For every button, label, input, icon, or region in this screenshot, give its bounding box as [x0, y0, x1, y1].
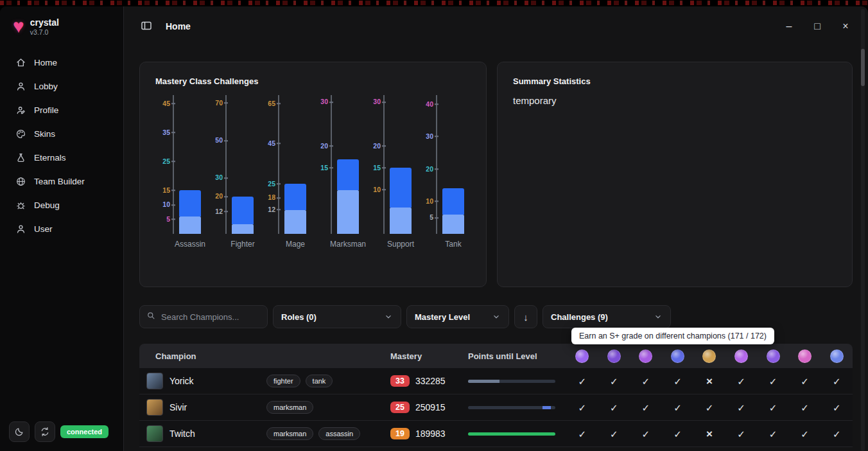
main-area: Home – □ × Mastery Class Challenges 4535…	[124, 6, 868, 451]
theme-toggle-button[interactable]	[9, 421, 30, 442]
mastery-level-dropdown[interactable]: Mastery Level	[406, 305, 509, 328]
check-icon: ✓	[769, 376, 777, 386]
minimize-button[interactable]: –	[782, 19, 796, 33]
check-icon: ✓	[578, 403, 586, 412]
check-icon: ✓	[769, 403, 777, 412]
moon-icon	[14, 427, 25, 438]
sidebar-item-label: User	[34, 224, 53, 234]
points-progress-bar	[468, 380, 555, 383]
axis-tick-label: 12	[208, 208, 223, 215]
sidebar-item-user[interactable]: User	[9, 219, 114, 239]
axis-tick-label: 20	[419, 166, 433, 173]
table-row[interactable]: Yorickfightertank33332285✓✓✓✓×✓✓✓✓	[139, 368, 853, 394]
sidebar-item-label: Lobby	[34, 82, 58, 91]
sidebar-item-label: Skins	[34, 129, 55, 139]
check-icon: ✓	[769, 429, 777, 439]
sidebar: ♥ crystal v3.7.0 HomeLobbyProfileSkinsEt…	[0, 6, 124, 451]
content: Mastery Class Challenges 45352515105Assa…	[124, 46, 868, 451]
sidebar-item-team-builder[interactable]: Team Builder	[9, 172, 114, 191]
mastery-chart-card: Mastery Class Challenges 45352515105Assa…	[139, 62, 487, 287]
chevron-down-icon	[384, 312, 393, 321]
check-icon: ✓	[578, 376, 586, 386]
chart-group-fighter: 7050302012Fighter	[208, 98, 261, 249]
challenge-icon-8[interactable]	[798, 349, 812, 363]
sidebar-item-debug[interactable]: Debug	[9, 195, 114, 215]
home-icon	[15, 57, 26, 68]
chart-category-label: Marksman	[327, 240, 369, 249]
champion-avatar	[146, 399, 163, 416]
mastery-level-badge: 25	[390, 402, 410, 413]
challenge-icon-3[interactable]	[639, 349, 652, 363]
summary-body: temporary	[513, 95, 837, 106]
profile-icon	[15, 105, 26, 116]
check-icon: ✓	[706, 403, 714, 412]
champions-table: Earn an S+ grade on different champions …	[139, 344, 853, 447]
refresh-button[interactable]	[35, 421, 55, 442]
check-icon: ✓	[578, 429, 586, 439]
sidebar-item-label: Debug	[34, 200, 60, 210]
mastery-level-dropdown-label: Mastery Level	[415, 312, 470, 322]
sort-direction-button[interactable]: ↓	[514, 305, 537, 328]
axis-tick-label: 40	[419, 101, 433, 108]
person-icon	[15, 81, 26, 92]
axis-tick-label: 15	[366, 164, 381, 172]
table-row[interactable]: Sivirmarksman25250915✓✓✓✓✓✓✓✓✓	[139, 394, 853, 421]
globe-icon	[15, 176, 26, 187]
connection-status-badge: connected	[60, 425, 108, 438]
sidebar-item-profile[interactable]: Profile	[9, 100, 114, 120]
maximize-button[interactable]: □	[810, 19, 824, 33]
user-icon	[15, 224, 26, 234]
app-brand: ♥ crystal v3.7.0	[9, 17, 114, 36]
chart-axis	[225, 95, 227, 234]
sidebar-item-skins[interactable]: Skins	[9, 124, 114, 144]
challenge-icon-2[interactable]	[607, 349, 621, 363]
axis-tick-label: 20	[208, 193, 223, 200]
challenge-icon-7[interactable]	[767, 349, 780, 363]
palette-icon	[15, 128, 26, 139]
axis-tick-label: 30	[208, 175, 223, 182]
challenge-icon-6[interactable]	[734, 349, 748, 363]
axis-tick-label: 45	[261, 140, 275, 147]
search-champions-input[interactable]	[160, 312, 261, 323]
sidebar-item-lobby[interactable]: Lobby	[9, 76, 114, 96]
challenge-icon-1[interactable]	[575, 349, 589, 363]
table-body: Yorickfightertank33332285✓✓✓✓×✓✓✓✓Sivirm…	[139, 368, 853, 447]
sidebar-item-eternals[interactable]: Eternals	[9, 148, 114, 168]
champion-name: Twitch	[169, 429, 195, 439]
sidebar-item-label: Eternals	[34, 153, 66, 163]
check-icon: ✓	[610, 429, 618, 439]
challenge-icon-9[interactable]	[830, 349, 844, 363]
sidebar-footer: connected	[9, 421, 114, 442]
cross-icon: ×	[706, 429, 713, 439]
sidebar-toggle-button[interactable]	[139, 19, 153, 33]
challenge-icon-4[interactable]	[671, 349, 684, 363]
roles-dropdown[interactable]: Roles (0)	[273, 305, 401, 328]
challenges-dropdown[interactable]: Challenges (9)	[542, 305, 671, 328]
chart-group-assassin: 45352515105Assassin	[155, 98, 208, 249]
sidebar-nav: HomeLobbyProfileSkinsEternalsTeam Builde…	[9, 53, 114, 239]
sidebar-item-home[interactable]: Home	[9, 53, 114, 73]
flask-icon	[15, 152, 26, 163]
check-icon: ✓	[610, 403, 618, 412]
role-tag: tank	[306, 375, 333, 387]
table-row[interactable]: Twitchmarksmanassassin19189983✓✓✓✓×✓✓✓✓	[139, 421, 853, 447]
chart-category-label: Fighter	[222, 240, 263, 249]
check-icon: ✓	[833, 403, 841, 412]
chart-group-marksman: 302015Marksman	[313, 98, 366, 249]
chart-category-label: Tank	[433, 240, 474, 249]
axis-tick-label: 15	[155, 187, 170, 194]
heart-logo-icon: ♥	[13, 17, 24, 36]
search-icon	[146, 311, 155, 323]
scrollbar-thumb[interactable]	[861, 49, 865, 86]
axis-tick-label: 18	[261, 195, 275, 202]
axis-tick-label: 30	[313, 99, 328, 106]
sidebar-item-label: Home	[34, 58, 57, 67]
challenge-icon-5[interactable]	[702, 349, 716, 363]
mastery-points: 189983	[415, 429, 446, 439]
check-icon: ✓	[673, 376, 682, 386]
axis-tick-label: 5	[419, 215, 433, 222]
axis-tick-label: 10	[155, 202, 170, 209]
app-window: ♥ crystal v3.7.0 HomeLobbyProfileSkinsEt…	[0, 6, 868, 451]
close-button[interactable]: ×	[838, 19, 853, 33]
search-champions-box	[139, 305, 268, 328]
